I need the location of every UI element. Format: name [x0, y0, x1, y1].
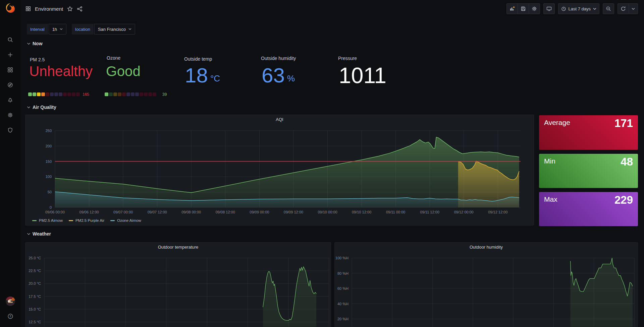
- refresh-group: [618, 3, 638, 14]
- save-dashboard-button[interactable]: [518, 3, 529, 14]
- variable-location-value[interactable]: San Francisco: [94, 24, 135, 35]
- svg-text:25.0 °C: 25.0 °C: [29, 256, 41, 260]
- time-range-label: Last 7 days: [569, 6, 591, 11]
- svg-text:09/09 12:00: 09/09 12:00: [284, 210, 303, 214]
- row-title: Air Quality: [33, 105, 56, 110]
- chevron-down-icon: [27, 233, 31, 235]
- threshold-square: [37, 92, 41, 96]
- svg-text:40 %H: 40 %H: [337, 302, 348, 306]
- share-dashboard-button[interactable]: [77, 6, 83, 12]
- threshold-square: [63, 92, 67, 96]
- svg-text:?: ?: [9, 315, 11, 318]
- threshold-square: [122, 92, 126, 96]
- panel-title-ozone: Ozone: [107, 55, 120, 61]
- aqi-legend: PM2.5 AirnowPM2.5 Purple AirOzone Airnow: [32, 218, 141, 222]
- variable-interval-current: 1h: [52, 27, 57, 32]
- svg-text:250: 250: [46, 129, 52, 133]
- row-header-air-quality[interactable]: Air Quality: [27, 105, 56, 110]
- sidebar-item-help[interactable]: ?: [0, 311, 20, 322]
- add-panel-icon: [509, 6, 515, 11]
- threshold-square: [41, 92, 45, 96]
- variable-location-label: location: [72, 24, 94, 35]
- zoom-out-button[interactable]: [603, 3, 614, 14]
- star-dashboard-button[interactable]: [67, 6, 73, 12]
- gear-icon: [532, 6, 537, 11]
- row-header-weather[interactable]: Weather: [27, 231, 51, 237]
- svg-text:09/07 00:00: 09/07 00:00: [113, 210, 133, 214]
- sidebar-menu: [0, 32, 20, 138]
- threshold-square: [148, 92, 152, 96]
- outdoor-humidity-title[interactable]: Outdoor humidity: [335, 245, 638, 250]
- legend-item[interactable]: Ozone Airnow: [110, 218, 141, 222]
- svg-text:60 %H: 60 %H: [337, 286, 348, 290]
- refresh-button[interactable]: [618, 3, 629, 14]
- variable-location: location San Francisco: [72, 24, 135, 35]
- svg-text:09/11 00:00: 09/11 00:00: [386, 210, 405, 214]
- svg-text:09/06 00:00: 09/06 00:00: [45, 210, 65, 214]
- panel-title-outside-temp: Outside temp: [184, 56, 212, 62]
- legend-item[interactable]: PM2.5 Airnow: [32, 218, 63, 222]
- sidebar: ?: [0, 0, 20, 327]
- panel-title-pm25: PM 2.5: [30, 57, 45, 62]
- sidebar-item-explore[interactable]: [0, 77, 20, 92]
- svg-text:100 %H: 100 %H: [335, 256, 348, 260]
- user-avatar[interactable]: [5, 296, 15, 306]
- aqi-panel: AQI 09/06 00:0009/06 12:0009/07 00:0009/…: [25, 115, 534, 225]
- grafana-logo[interactable]: [5, 3, 16, 13]
- threshold-square: [140, 92, 143, 96]
- sidebar-item-create[interactable]: [0, 47, 20, 62]
- threshold-square: [28, 92, 32, 96]
- stat-panel-max[interactable]: Max 229: [539, 192, 638, 226]
- monitor-icon: [546, 6, 552, 11]
- stat-panel-average[interactable]: Average 171: [539, 115, 638, 150]
- refresh-interval-button[interactable]: [629, 3, 638, 14]
- stat-panel-min[interactable]: Min 48: [539, 154, 638, 188]
- star-icon: [67, 6, 73, 12]
- svg-text:09/06 12:00: 09/06 12:00: [79, 210, 99, 214]
- dashboard-actions-group: [506, 3, 540, 14]
- outdoor-humidity-chart[interactable]: 100 %H80 %H60 %H40 %H20 %H: [335, 243, 638, 327]
- dashboard-settings-button[interactable]: [529, 3, 540, 14]
- chevron-down-icon: [60, 28, 63, 30]
- svg-text:09/10 00:00: 09/10 00:00: [318, 210, 337, 214]
- panel-title-outside-humidity: Outside humidity: [261, 56, 296, 61]
- aqi-chart[interactable]: 09/06 00:0009/06 12:0009/07 00:0009/07 1…: [25, 115, 534, 225]
- row-header-now[interactable]: Now: [27, 41, 43, 46]
- add-panel-button[interactable]: [506, 3, 518, 14]
- threshold-square: [59, 92, 62, 96]
- svg-text:15.0 °C: 15.0 °C: [29, 307, 41, 311]
- outdoor-temperature-chart[interactable]: 25.0 °C22.5 °C20.0 °C17.5 °C15.0 °C12.5 …: [25, 243, 331, 327]
- plus-icon: [7, 52, 13, 58]
- navbar-toolbar: Last 7 days: [506, 3, 638, 14]
- svg-text:20.0 °C: 20.0 °C: [29, 281, 41, 285]
- save-icon: [521, 6, 526, 11]
- svg-text:150: 150: [46, 159, 52, 164]
- svg-text:09/11 12:00: 09/11 12:00: [420, 210, 439, 214]
- sidebar-item-alerting[interactable]: [0, 92, 20, 108]
- chevron-down-icon: [27, 106, 31, 109]
- outdoor-temperature-title[interactable]: Outdoor temperature: [25, 245, 331, 250]
- stat-value: 229: [614, 194, 633, 206]
- aqi-panel-title[interactable]: AQI: [25, 117, 534, 122]
- sidebar-item-dashboards[interactable]: [0, 62, 20, 77]
- dashboard-title: Environment: [35, 6, 63, 12]
- variable-interval-value[interactable]: 1h: [49, 24, 66, 35]
- variable-interval: Interval 1h: [27, 24, 66, 35]
- sidebar-item-search[interactable]: [0, 32, 20, 47]
- sidebar-item-server-admin[interactable]: [0, 123, 20, 138]
- threshold-square: [144, 92, 148, 96]
- svg-text:12.5 °C: 12.5 °C: [29, 320, 41, 324]
- zoom-out-icon: [606, 6, 611, 11]
- legend-series-color: [32, 220, 37, 221]
- legend-item[interactable]: PM2.5 Purple Air: [69, 218, 104, 222]
- cycle-view-mode-button[interactable]: [543, 3, 555, 14]
- svg-text:200: 200: [46, 144, 52, 148]
- sidebar-item-configuration[interactable]: [0, 108, 20, 123]
- pm25-threshold-scale: [28, 92, 80, 96]
- sidebar-bottom: ?: [0, 296, 20, 322]
- time-range-picker[interactable]: Last 7 days: [558, 3, 600, 14]
- navbar: Environment Last 7 days: [20, 0, 644, 17]
- outdoor-temperature-panel: Outdoor temperature 25.0 °C22.5 °C20.0 °…: [25, 242, 331, 327]
- threshold-square: [72, 92, 75, 96]
- stat-value: 48: [621, 155, 633, 168]
